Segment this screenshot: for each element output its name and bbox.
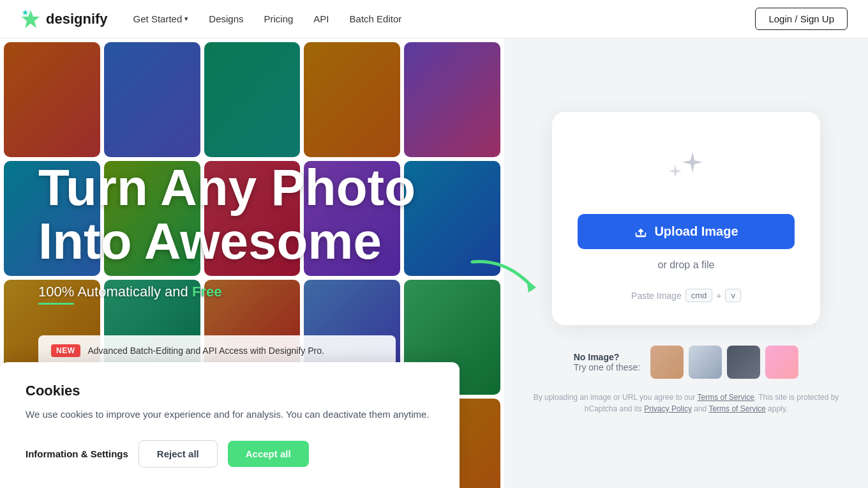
sample-thumb-man[interactable] xyxy=(727,346,760,379)
paste-row: Paste Image cmd + v xyxy=(631,289,741,302)
terms-link-2[interactable]: Terms of Service xyxy=(708,404,765,413)
privacy-link[interactable]: Privacy Policy xyxy=(644,404,692,413)
info-settings-button[interactable]: Information & Settings xyxy=(26,448,128,459)
terms-link[interactable]: Terms of Service xyxy=(697,393,754,402)
nav-get-started[interactable]: Get Started ▾ xyxy=(133,13,189,24)
paste-key-v: v xyxy=(725,289,741,302)
chevron-down-icon: ▾ xyxy=(184,15,188,23)
hero-badge[interactable]: NEW Advanced Batch-Editing and API Acces… xyxy=(38,335,396,366)
paste-key-cmd: cmd xyxy=(685,289,713,302)
right-panel: Upload Image or drop a file Paste Image … xyxy=(504,38,868,488)
hero-title: Turn Any Photo Into Awesome xyxy=(38,161,466,268)
nav-pricing[interactable]: Pricing xyxy=(264,13,294,24)
nav-links: Get Started ▾ Designs Pricing API Batch … xyxy=(133,13,402,24)
legal-text: By uploading an image or URL you agree t… xyxy=(530,392,842,415)
upload-card: Upload Image or drop a file Paste Image … xyxy=(552,112,820,325)
sample-label: No Image? Try one of these: xyxy=(574,352,641,372)
nav-designs[interactable]: Designs xyxy=(209,13,243,24)
nav-api[interactable]: API xyxy=(313,13,329,24)
nav-batch-editor[interactable]: Batch Editor xyxy=(350,13,402,24)
sample-images-row: No Image? Try one of these: xyxy=(574,346,799,379)
badge-text: Advanced Batch-Editing and API Access wi… xyxy=(88,346,324,356)
sparkles-icon xyxy=(657,142,715,196)
sample-thumb-car[interactable] xyxy=(689,346,722,379)
sample-thumb-person[interactable] xyxy=(650,346,684,379)
login-button[interactable]: Login / Sign Up xyxy=(755,8,848,30)
free-underline xyxy=(38,303,74,305)
logo[interactable]: designify xyxy=(20,9,108,29)
badge-new-label: NEW xyxy=(51,344,80,357)
svg-marker-2 xyxy=(527,280,536,293)
arrow-decoration xyxy=(466,255,530,294)
cookie-title: Cookies xyxy=(26,383,434,399)
upload-icon xyxy=(634,225,648,239)
paste-plus: + xyxy=(716,291,721,301)
upload-image-button[interactable]: Upload Image xyxy=(578,214,795,249)
reject-all-button[interactable]: Reject all xyxy=(138,440,218,468)
paste-label: Paste Image xyxy=(631,291,682,301)
logo-icon xyxy=(20,9,41,29)
cookie-body: We use cookies to improve your experienc… xyxy=(26,407,434,422)
svg-marker-1 xyxy=(22,9,29,15)
cookie-banner: Cookies We use cookies to improve your e… xyxy=(0,362,460,488)
sample-thumbs xyxy=(650,346,798,379)
navbar: designify Get Started ▾ Designs Pricing … xyxy=(0,0,868,38)
cookie-actions: Information & Settings Reject all Accept… xyxy=(26,440,434,468)
accept-all-button[interactable]: Accept all xyxy=(228,441,309,467)
logo-text: designify xyxy=(46,11,108,27)
sample-thumb-woman[interactable] xyxy=(765,346,798,379)
hero-subtitle: 100% Automatically and Free xyxy=(38,284,466,300)
drop-file-text: or drop a file xyxy=(658,259,715,271)
